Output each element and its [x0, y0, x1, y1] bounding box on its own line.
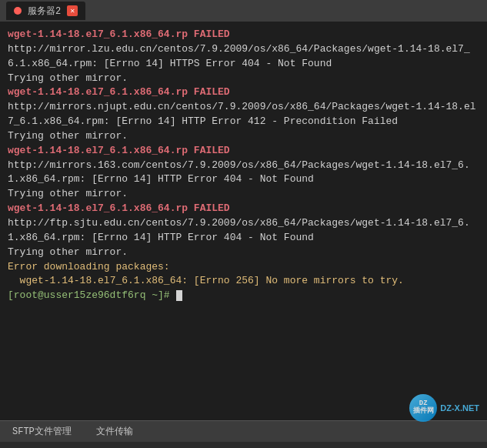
tab-close-button[interactable]: ✕ [67, 5, 78, 16]
terminal-line: wget-1.14-18.el7_6.1.x86_64.rp FAILED [8, 28, 479, 42]
sftp-button[interactable]: SFTP文件管理 [8, 423, 76, 440]
terminal-line: wget-1.14-18.el7_6.1.x86_64.rp FAILED [8, 144, 479, 159]
file-transfer-button[interactable]: 文件传输 [92, 423, 138, 440]
terminal-line: http://mirrors.njupt.edu.cn/centos/7.9.2… [8, 100, 479, 129]
terminal-line: Error downloading packages: [8, 260, 479, 275]
terminal-line: wget-1.14-18.el7_6.1.x86_64: [Errno 256]… [8, 274, 479, 289]
terminal-line: http://mirrors.163.com/centos/7.9.2009/o… [8, 159, 479, 188]
terminal-line: http://mirror.lzu.edu.cn/centos/7.9.2009… [8, 42, 479, 72]
terminal-prompt: [root@usser15ze96dtf6rq ~]# [8, 289, 479, 303]
bottom-bar: SFTP文件管理 文件传输 [0, 420, 487, 442]
dz-logo-text: DZ-X.NET [440, 403, 479, 413]
terminal-line: wget-1.14-18.el7_6.1.x86_64.rp FAILED [8, 202, 479, 216]
title-bar: 服务器2 ✕ [0, 0, 487, 22]
terminal-line: Trying other mirror. [8, 187, 479, 202]
terminal-line: Trying other mirror. [8, 72, 479, 86]
terminal-output[interactable]: wget-1.14-18.el7_6.1.x86_64.rp FAILEDhtt… [0, 22, 487, 420]
dz-logo-icon: DZ插件网 [409, 394, 437, 422]
terminal-line: http://ftp.sjtu.edu.cn/centos/7.9.2009/o… [8, 216, 479, 246]
terminal-line: wget-1.14-18.el7_6.1.x86_64.rp FAILED [8, 85, 479, 100]
terminal-line: Trying other mirror. [8, 129, 479, 144]
terminal-line: Trying other mirror. [8, 246, 479, 260]
watermark: DZ插件网 DZ-X.NET [409, 394, 479, 422]
tab-label: 服务器2 [28, 5, 61, 18]
server-tab[interactable]: 服务器2 ✕ [6, 2, 85, 20]
tab-indicator [14, 7, 22, 15]
